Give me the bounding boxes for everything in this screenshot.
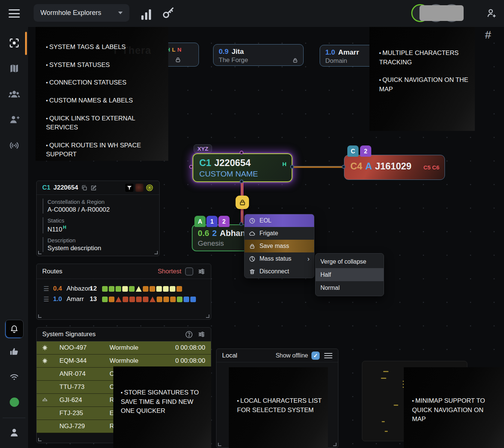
broadcast-icon[interactable] (8, 139, 21, 152)
system-name: J220654 (53, 184, 78, 191)
jump-marker-square (102, 297, 108, 302)
route-mode-label[interactable]: Shortest (158, 268, 181, 275)
lock-icon (175, 57, 181, 63)
add-contact-icon[interactable] (8, 113, 21, 126)
jump-marker-square (102, 286, 108, 292)
drag-handle-icon[interactable]: ☰ (43, 295, 53, 303)
map-icon[interactable] (8, 62, 21, 75)
system-name: Abhan (220, 228, 245, 238)
edit-icon[interactable] (90, 185, 97, 191)
connection-handle-c4-left[interactable] (342, 165, 345, 169)
route-row[interactable]: ☰1.0Amarr13 (37, 295, 211, 304)
connection-status-icon[interactable] (8, 370, 21, 383)
cloud-icon (249, 230, 255, 237)
local-callout: LOCAL CHARACTERS LIST FOR SELECTED SYSTE… (229, 367, 328, 448)
minimap-system-mark (385, 431, 388, 432)
online-status-indicator[interactable] (10, 398, 19, 407)
user-profile-icon[interactable] (8, 426, 21, 439)
feature-bullet: CONNECTION STATUSES (46, 78, 159, 88)
copy-icon[interactable] (81, 185, 87, 191)
resize-handle[interactable] (38, 314, 42, 318)
context-menu-item-frigate[interactable]: Frigate (245, 227, 314, 240)
map-selector-label: Wormhole Explorers (40, 9, 101, 17)
minimap-system-mark (381, 378, 386, 379)
signatures-title: System Signatures (42, 331, 96, 338)
routes-settings-icon[interactable] (198, 268, 205, 275)
notifications-button[interactable] (5, 320, 24, 338)
follow-character-icon[interactable] (8, 37, 21, 49)
info-field-description: Description System description (43, 237, 159, 252)
connection-handle-abhan-top[interactable] (239, 222, 243, 226)
resize-handle[interactable] (218, 443, 221, 446)
connection-context-menu: EOLFrigateSave massMass status›Disconnec… (244, 214, 314, 278)
connection-lock-badge[interactable] (236, 196, 249, 209)
submenu-item-verge-of-collapse[interactable]: Verge of collapse (316, 255, 384, 268)
resize-handle[interactable] (38, 251, 42, 254)
context-menu-item-eol[interactable]: EOL (245, 214, 314, 227)
system-custom-name: CUSTOM NAME (193, 168, 292, 178)
context-menu-item-disconnect[interactable]: Disconnect (245, 265, 314, 278)
chevron-right-icon: › (307, 255, 310, 262)
system-effect-icon[interactable] (135, 184, 144, 192)
left-sidebar (0, 0, 28, 448)
main-menu-icon[interactable] (9, 9, 20, 18)
submenu-item-half[interactable]: Half (316, 268, 384, 281)
resize-handle[interactable] (38, 438, 42, 441)
system-node-j220654[interactable]: C1 J220654 H CUSTOM NAME (193, 153, 292, 182)
characters-group-icon[interactable] (8, 88, 21, 101)
wormhole-mapper-app: HLN 0.9Jita The Forge 1.0Amarr Domain XY… (0, 0, 504, 448)
tracking-callout: MULTIPLE CHARACTERS TRACKINGQUICK NAVIGA… (369, 25, 475, 131)
system-node-jita[interactable]: 0.9Jita The Forge (213, 44, 304, 66)
jump-marker-square (116, 286, 121, 292)
route-row[interactable]: ☰0.4Ahbazon12 (37, 284, 211, 293)
jump-marker-square (143, 297, 148, 302)
access-key-icon[interactable] (161, 5, 176, 20)
show-offline-checkbox[interactable]: ✓ (311, 352, 320, 360)
submenu-item-normal[interactable]: Normal (316, 281, 384, 294)
shortest-checkbox[interactable] (185, 267, 193, 276)
signatures-settings-icon[interactable] (198, 331, 205, 338)
pie-icon (249, 256, 255, 262)
system-name: Jita (231, 47, 244, 56)
lock-icon (292, 58, 298, 63)
static-label: H (282, 161, 286, 167)
connection-handle-right[interactable] (290, 165, 294, 169)
system-custom-tag[interactable]: XYZ (194, 144, 212, 153)
help-icon[interactable] (185, 331, 193, 338)
menu-item-label: Frigate (259, 230, 278, 237)
signature-type: Wormhole (110, 357, 175, 365)
region-name: Domain (325, 57, 347, 65)
show-offline-label: Show offline (276, 352, 308, 359)
system-tag: 1 (206, 216, 218, 227)
context-menu-item-save-mass[interactable]: Save mass (245, 240, 314, 252)
add-character-icon[interactable] (486, 7, 497, 19)
signature-row[interactable]: EQM-344Wormhole0 00:08:00 (37, 355, 211, 368)
signature-row[interactable]: NOO-497Wormhole0 00:08:00 (37, 341, 211, 355)
wormhole-class: C4 (350, 161, 362, 172)
resize-handle[interactable] (154, 251, 158, 254)
routes-title: Routes (42, 268, 62, 275)
hash-shortcuts-icon[interactable]: # (485, 28, 491, 41)
jump-marker-square (122, 286, 128, 292)
connection-c1-c4[interactable] (293, 166, 345, 168)
statistics-icon[interactable] (141, 7, 151, 20)
route-jump-markers (102, 286, 182, 292)
wormhole-class: C1 (42, 184, 50, 191)
system-node-j161029[interactable]: C 2 C4 A J161029 C5 C6 (344, 155, 445, 180)
target-spiral-icon[interactable] (145, 184, 154, 192)
local-menu-icon[interactable] (324, 353, 332, 358)
mass-status-submenu: Verge of collapseHalfNormal (315, 253, 384, 296)
pilot-count: 2 (212, 228, 217, 238)
drag-handle-icon[interactable]: ☰ (43, 285, 53, 293)
resize-handle[interactable] (333, 443, 336, 446)
map-selector-dropdown[interactable]: Wormhole Explorers (34, 4, 129, 22)
context-menu-item-mass-status[interactable]: Mass status› (245, 252, 314, 265)
resize-handle[interactable] (206, 314, 209, 318)
wormhole-class: C1 (199, 157, 211, 168)
thumbs-up-icon[interactable] (8, 345, 21, 358)
dscan-icon[interactable] (125, 184, 133, 192)
connection-handle-bottom[interactable] (240, 179, 243, 183)
connection-handle-top[interactable] (240, 151, 243, 154)
connection-handle-left[interactable] (189, 165, 193, 169)
jump-marker-square (143, 286, 148, 292)
